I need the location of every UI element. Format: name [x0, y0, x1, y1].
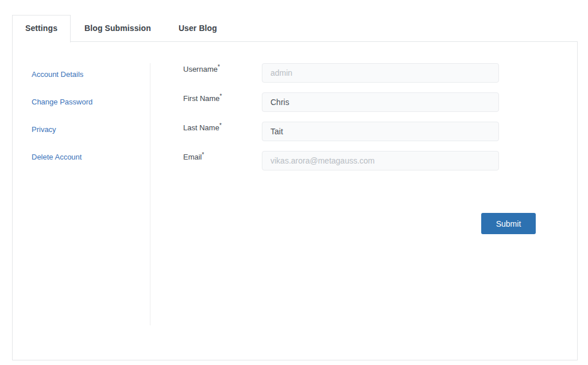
last-name-label-text: Last Name [183, 123, 219, 132]
last-name-field[interactable] [262, 122, 499, 141]
sidebar-item-account-details[interactable]: Account Details [32, 69, 146, 80]
username-label: Username* [183, 65, 220, 74]
required-asterisk: * [218, 64, 220, 70]
sidebar-item-privacy[interactable]: Privacy [32, 125, 146, 135]
tab-settings[interactable]: Settings [12, 15, 71, 42]
sidebar-divider [150, 63, 150, 325]
required-asterisk: * [220, 93, 222, 99]
settings-page: Settings Blog Submission User Blog Accou… [0, 0, 588, 365]
username-field[interactable] [262, 63, 499, 83]
first-name-label: First Name* [183, 94, 222, 103]
form-row-email: Email* [183, 151, 559, 170]
tab-blog-submission[interactable]: Blog Submission [71, 15, 165, 41]
settings-sidebar: Account Details Change Password Privacy … [32, 69, 146, 180]
form-row-username: Username* [183, 63, 559, 83]
tab-bar: Settings Blog Submission User Blog [12, 15, 578, 42]
username-label-text: Username [183, 65, 218, 73]
last-name-label: Last Name* [183, 123, 222, 133]
sidebar-item-change-password[interactable]: Change Password [32, 97, 146, 107]
required-asterisk: * [219, 122, 222, 129]
submit-button[interactable]: Submit [481, 213, 536, 234]
email-label: Email* [183, 153, 204, 162]
account-details-form: Username* First Name* Last Name* Email* [183, 63, 559, 180]
first-name-label-text: First Name [183, 94, 220, 103]
first-name-field[interactable] [262, 92, 499, 112]
email-field[interactable] [262, 151, 499, 170]
email-label-text: Email [183, 153, 202, 161]
sidebar-item-delete-account[interactable]: Delete Account [32, 152, 146, 162]
form-row-last-name: Last Name* [183, 122, 559, 141]
settings-panel: Account Details Change Password Privacy … [12, 42, 578, 360]
tab-user-blog[interactable]: User Blog [165, 15, 231, 41]
required-asterisk: * [202, 152, 204, 158]
form-row-first-name: First Name* [183, 92, 559, 112]
